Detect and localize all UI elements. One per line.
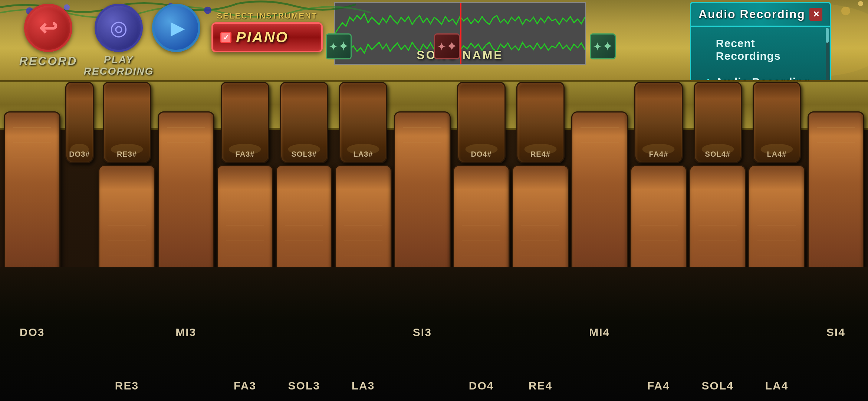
key-DO3-label: DO3: [20, 326, 45, 339]
key-FA4s[interactable]: FA4#: [634, 82, 683, 163]
key-RE3s[interactable]: RE3#: [103, 82, 151, 163]
sharp-row-LA3: LA3#: [335, 82, 391, 163]
sharp-row-RE3: RE3#: [98, 82, 155, 163]
record-label: RECORD: [19, 54, 78, 68]
sharp-row-FA3: FA3#: [217, 82, 273, 163]
key-FA3s[interactable]: FA3#: [221, 82, 269, 163]
sharp-row-DO3s: DO3#: [63, 82, 96, 163]
key-DO4s[interactable]: DO4#: [457, 82, 505, 163]
record-button[interactable]: RECORD: [11, 4, 85, 68]
play-recording-label: PLAYRECORDING: [83, 54, 154, 77]
close-icon: ✕: [813, 10, 819, 19]
key-MI4-label: MI4: [589, 326, 610, 339]
select-instrument-label: SELECT INSTRUMENT: [211, 11, 323, 21]
key-LA3s[interactable]: LA3#: [339, 82, 387, 163]
dropdown-item-recent[interactable]: Recent Recordings: [691, 30, 830, 69]
dropdown-item-audio-label: Audio Recording: [715, 76, 811, 82]
dropdown-scrollbar[interactable]: [826, 28, 829, 82]
sharp-row-SOL3: SOL3#: [276, 82, 332, 163]
song-name[interactable]: SONG NAME: [417, 48, 503, 62]
key-RE3-label: RE3: [115, 379, 139, 392]
instrument-box[interactable]: PIANO: [211, 22, 323, 52]
key-FA4s-label: FA4#: [649, 150, 668, 159]
play-recording-button[interactable]: PLAYRECORDING: [82, 4, 156, 77]
key-FA3-label: FA3: [234, 379, 256, 392]
audio-recording-header[interactable]: Audio Recording ✕: [690, 2, 831, 27]
key-SOL4s-label: SOL4#: [705, 150, 730, 159]
key-DO3s[interactable]: DO3#: [65, 82, 94, 163]
third-button[interactable]: [148, 4, 204, 52]
dropdown-item-audio[interactable]: Audio Recording: [691, 69, 830, 82]
key-LA3-label: LA3: [352, 379, 375, 392]
key-SOL3s-label: SOL3#: [292, 150, 317, 159]
key-DO4s-label: DO4#: [471, 150, 491, 159]
sharp-row-MI3: [158, 82, 214, 110]
svg-point-4: [204, 7, 211, 14]
svg-point-7: [841, 7, 850, 16]
audio-recording-close[interactable]: ✕: [809, 8, 822, 21]
dropdown-thumb: [826, 28, 829, 43]
sharp-row-LA4: LA4#: [748, 82, 805, 163]
key-SOL3-label: SOL3: [288, 379, 320, 392]
third-icon: [152, 4, 200, 52]
audio-recording-title: Audio Recording: [698, 7, 805, 21]
key-LA3s-label: LA3#: [354, 150, 373, 159]
icon-button-right[interactable]: ✦: [590, 33, 616, 59]
sharp-row-SOL4: SOL4#: [689, 82, 746, 163]
select-instrument-panel[interactable]: SELECT INSTRUMENT PIANO: [211, 11, 323, 52]
key-MI3-label: MI3: [175, 326, 196, 339]
sharp-row-DO4: DO4#: [453, 82, 510, 163]
key-SOL4-label: SOL4: [702, 379, 734, 392]
record-icon: [24, 4, 72, 52]
sharp-row-RE4: RE4#: [512, 82, 569, 163]
dropdown-item-recent-label: Recent Recordings: [716, 37, 819, 62]
key-RE3s-label: RE3#: [117, 150, 137, 159]
key-RE4s[interactable]: RE4#: [516, 82, 565, 163]
sharp-row-SI4: [808, 82, 864, 110]
play-recording-icon: [95, 4, 143, 52]
icon-button-center[interactable]: ✦: [434, 33, 460, 59]
key-LA4-label: LA4: [765, 379, 789, 392]
key-RE4s-label: RE4#: [530, 150, 550, 159]
key-SOL3s[interactable]: SOL3#: [280, 82, 328, 163]
sharp-row-FA4: FA4#: [630, 82, 687, 163]
icon-button-center-symbol: ✦: [446, 39, 457, 54]
icon-button-left-symbol: ✦: [338, 39, 349, 54]
key-SI3-label: SI3: [413, 326, 432, 339]
instrument-checkbox: [220, 32, 231, 43]
instrument-name: PIANO: [236, 29, 289, 46]
key-LA4s-label: LA4#: [767, 150, 787, 159]
xylophone-area: DO3 DO3# RE3# RE3: [0, 82, 868, 401]
key-LA4s[interactable]: LA4#: [753, 82, 801, 163]
sharp-row-MI4: [571, 82, 628, 110]
icon-button-left[interactable]: ✦: [326, 33, 352, 59]
sharp-row-DO3: [4, 82, 60, 110]
key-SOL4s[interactable]: SOL4#: [694, 82, 742, 163]
svg-point-8: [858, 1, 863, 6]
key-FA3s-label: FA3#: [236, 150, 255, 159]
key-DO3s-label: DO3#: [69, 150, 90, 159]
icon-button-right-symbol: ✦: [602, 39, 613, 54]
audio-recording-panel: Audio Recording ✕ Recent Recordings Audi…: [690, 2, 831, 82]
sharp-row-SI3: [394, 82, 451, 110]
audio-recording-dropdown: Recent Recordings Audio Recording: [690, 27, 831, 82]
key-FA4-label: FA4: [647, 379, 670, 392]
top-bar: RECORD PLAYRECORDING SELECT INSTRUMENT P…: [0, 0, 868, 82]
waveform-area: SONG NAME: [334, 2, 586, 65]
key-DO4-label: DO4: [469, 379, 494, 392]
key-RE4-label: RE4: [529, 379, 552, 392]
key-SI4-label: SI4: [826, 326, 845, 339]
